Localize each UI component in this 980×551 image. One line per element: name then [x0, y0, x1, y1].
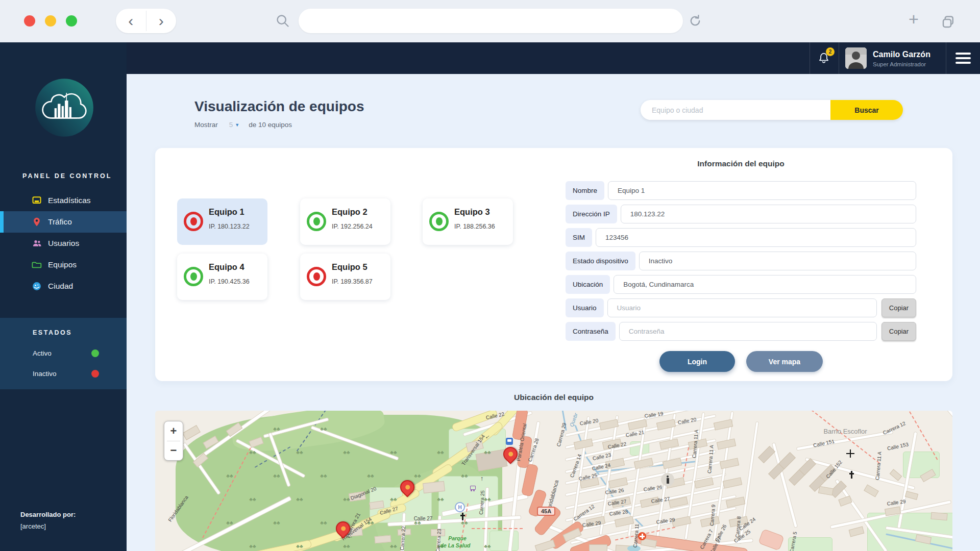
- view-map-button[interactable]: Ver mapa: [746, 351, 823, 372]
- device-status-icon: [307, 267, 326, 286]
- map-street-label: Barrio Escoflor: [823, 428, 867, 435]
- monument-icon: [661, 473, 674, 486]
- device-card-4[interactable]: Equipo 4IP. 190.425.36: [177, 254, 267, 300]
- form-label-chip: Dirección IP: [566, 205, 617, 223]
- form-label-chip: Usuario: [566, 298, 604, 317]
- cross-horizontal: [460, 515, 465, 516]
- device-status-icon: [184, 267, 203, 286]
- sidebar-item-equipos[interactable]: Equipos: [0, 254, 127, 276]
- tree-icon: ♣♣: [249, 449, 256, 455]
- divider: [810, 42, 810, 74]
- device-card-5[interactable]: Equipo 5IP. 189.356.87: [300, 254, 390, 300]
- map-street-label: Calle 153: [887, 441, 909, 452]
- credit-value: [arcetec]: [20, 522, 46, 530]
- crosshair-icon: [846, 449, 854, 458]
- zoom-out-button[interactable]: −: [164, 441, 183, 460]
- device-card-3[interactable]: Equipo 3IP. 188.256.36: [423, 198, 513, 245]
- estado-row-inactivo: Inactivo: [33, 370, 99, 378]
- tree-icon: ♣♣: [296, 449, 303, 455]
- copy-button[interactable]: Copiar: [881, 298, 916, 317]
- street: [933, 411, 952, 454]
- tree-icon: ♣♣: [390, 496, 397, 502]
- form-input-contrasena[interactable]: [619, 322, 877, 341]
- tree-icon: ♣♣: [320, 473, 327, 479]
- helipad-icon: H: [455, 502, 465, 512]
- show-label: Mostrar: [194, 121, 218, 129]
- church-cross-icon: [848, 471, 855, 479]
- form-input-estado-dispositivo[interactable]: [639, 252, 916, 270]
- back-button[interactable]: ‹: [116, 9, 146, 33]
- login-button[interactable]: Login: [659, 351, 735, 372]
- tree-icon: ♣♣: [296, 496, 303, 502]
- search-button[interactable]: Buscar: [830, 100, 903, 120]
- show-value-dropdown[interactable]: 5: [229, 121, 233, 129]
- map-street-label: Carrera 11 A: [874, 452, 883, 481]
- form-input-nombre[interactable]: [608, 181, 916, 200]
- form-label-chip: SIM: [566, 228, 592, 247]
- tree-icon: ♣♣: [484, 496, 491, 502]
- avatar[interactable]: [845, 47, 867, 69]
- show-count-row: Mostrar 5 ▼ de 10 equipos: [194, 121, 292, 129]
- tree-icon: ♣♣: [296, 543, 303, 549]
- device-info-title: Información del equipo: [566, 159, 916, 168]
- form-row-nombre: Nombre: [566, 181, 916, 200]
- device-card-2[interactable]: Equipo 2IP. 192.256.24: [300, 198, 390, 245]
- menu-hamburger-icon[interactable]: [955, 53, 971, 64]
- form-label-chip: Estado dispositivo: [566, 252, 635, 270]
- search-input[interactable]: [641, 100, 830, 120]
- window-minimize-button[interactable]: [45, 15, 56, 27]
- search-bar: Buscar: [641, 100, 903, 120]
- chevron-down-icon[interactable]: ▼: [235, 122, 239, 128]
- sidebar-item-label: Equipos: [48, 260, 77, 269]
- tree-icon: ♣♣: [367, 473, 374, 479]
- sidebar-item-estadisticas[interactable]: Estadísticas: [0, 190, 127, 211]
- supermarket-cart-icon: [470, 485, 476, 491]
- sidebar-item-label: Ciudad: [48, 282, 73, 291]
- tree-icon: ♣♣: [249, 496, 256, 502]
- estado-row-activo: Activo: [33, 349, 99, 357]
- address-bar[interactable]: [299, 9, 683, 33]
- new-tab-icon[interactable]: +: [909, 9, 919, 29]
- window-zoom-button[interactable]: [66, 15, 77, 27]
- tree-icon: ♣♣: [343, 543, 350, 549]
- cart-body: [470, 486, 476, 490]
- notification-count-badge: 2: [826, 47, 835, 56]
- map-canvas[interactable]: ♣♣♣♣♣♣♣♣♣♣♣♣♣♣♣♣♣♣♣♣♣♣♣♣♣♣♣♣♣♣♣♣♣♣♣♣♣♣♣♣…: [155, 411, 952, 551]
- map-street-label: de La Salud: [440, 542, 471, 548]
- device-name: Equipo 4: [209, 262, 244, 272]
- app-topbar: [0, 42, 980, 74]
- form-input-sim[interactable]: [596, 228, 916, 247]
- window-close-button[interactable]: [24, 15, 35, 27]
- copy-button[interactable]: Copiar: [881, 322, 916, 341]
- map-street-label: Calle 20: [579, 417, 599, 426]
- device-card-1[interactable]: Equipo 1IP. 180.123.22: [177, 198, 267, 245]
- tree-icon: ♣♣: [461, 473, 468, 479]
- form-row-usuario: UsuarioCopiar: [566, 298, 916, 317]
- form-input-usuario[interactable]: [607, 298, 877, 317]
- sidebar-item-trafico[interactable]: Tráfico: [0, 211, 127, 233]
- form-input-direccion-ip[interactable]: [621, 205, 916, 223]
- sidebar-item-ciudad[interactable]: Ciudad: [0, 276, 127, 297]
- tree-icon: ♣♣: [273, 473, 280, 479]
- marker-core: [340, 525, 347, 532]
- user-name: Camilo Garzón: [873, 50, 930, 59]
- building: [890, 469, 902, 481]
- user-role: Super Administrador: [873, 61, 926, 67]
- tree-icon: ♣♣: [320, 520, 327, 525]
- sidebar-item-label: Tráfico: [48, 217, 72, 227]
- tab-overview-icon[interactable]: [941, 14, 956, 30]
- building: [535, 539, 556, 551]
- tree-icon: ♣♣: [484, 543, 491, 549]
- building: [864, 484, 879, 497]
- forward-button[interactable]: ›: [146, 9, 177, 33]
- sidebar-item-usuarios[interactable]: Usuarios: [0, 233, 127, 254]
- reload-icon[interactable]: [688, 14, 702, 28]
- form-input-ubicacion[interactable]: [614, 275, 916, 294]
- zoom-in-button[interactable]: +: [164, 421, 183, 441]
- tree-icon: ♣♣: [414, 473, 421, 479]
- show-suffix: de 10 equipos: [249, 121, 292, 129]
- cross-vertical: [851, 471, 852, 479]
- map-street-label: Parque: [448, 535, 467, 541]
- map-street-label: Quebr: [569, 412, 579, 428]
- estado-inactive-dot: [91, 370, 99, 378]
